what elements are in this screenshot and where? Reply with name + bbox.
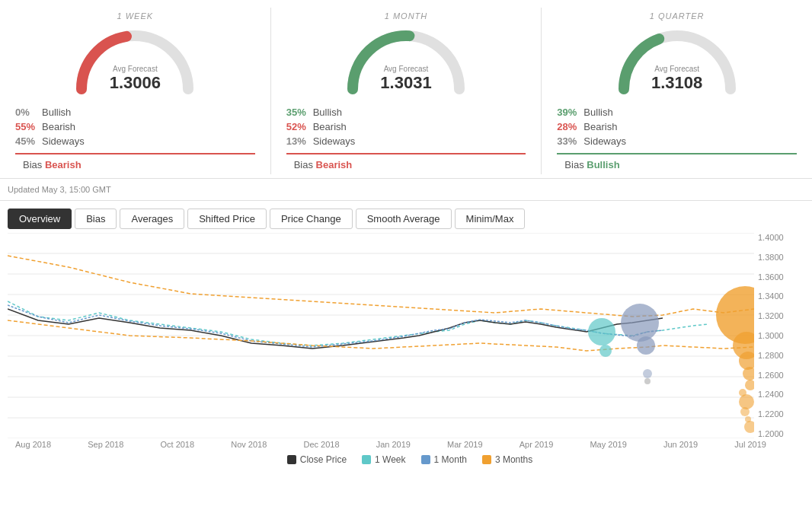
panel-title-quarter: 1 QUARTER (650, 11, 705, 21)
svg-point-26 (644, 378, 651, 384)
bias-row-month: Bias Bearish (286, 153, 526, 170)
tab-bias[interactable]: Bias (75, 209, 117, 229)
tab-minim-max[interactable]: Minim/Max (455, 209, 526, 229)
legend-3months-label: 3 Months (495, 454, 532, 465)
stat-row: 13% Sideways (286, 135, 526, 147)
tab-price-change[interactable]: Price Change (270, 209, 353, 229)
svg-point-14 (637, 336, 655, 355)
stat-pct: 35% (286, 107, 313, 118)
stat-label: Sideways (42, 135, 85, 147)
stat-label: Bullish (313, 107, 342, 118)
stat-label: Bullish (583, 107, 612, 118)
y-label-3: 1.3600 (758, 272, 796, 282)
legend-1month-label: 1 Month (434, 454, 467, 465)
top-section: 1 WEEK Avg Forecast 1.3006 0% Bullish (0, 0, 812, 179)
x-axis-labels: Aug 2018 Sep 2018 Oct 2018 Nov 2018 Dec … (8, 438, 812, 451)
legend-close-dot (287, 455, 296, 464)
legend-1month: 1 Month (421, 454, 467, 465)
stat-pct: 55% (15, 121, 42, 132)
tab-averages[interactable]: Averages (120, 209, 184, 229)
chart-svg (8, 233, 754, 438)
gauge-quarter: Avg Forecast 1.3108 (609, 24, 746, 100)
chart-wrapper: 1.4000 1.3800 1.3600 1.3400 1.3200 1.300… (0, 229, 812, 469)
svg-point-25 (744, 421, 754, 433)
y-label-1: 1.4000 (758, 233, 796, 242)
forecast-panel-quarter: 1 QUARTER Avg Forecast 1.3108 39% Bullis… (542, 8, 812, 174)
y-label-8: 1.2600 (758, 371, 796, 380)
svg-point-20 (745, 380, 754, 390)
forecast-panel-month: 1 MONTH Avg Forecast 1.3031 35% Bullish (271, 8, 542, 174)
x-label-2: Sep 2018 (88, 440, 123, 449)
stat-pct: 52% (286, 121, 313, 132)
stat-pct: 13% (286, 135, 313, 147)
legend-1week-label: 1 Week (375, 454, 405, 465)
bias-row-week: Bias Bearish (15, 153, 255, 170)
legend-close-label: Close Price (300, 454, 347, 465)
gauge-label-week: Avg Forecast 1.3006 (110, 65, 161, 93)
stat-row: 28% Bearish (557, 121, 797, 132)
stat-row: 39% Bullish (557, 107, 797, 118)
stat-row: 45% Sideways (15, 135, 255, 147)
bias-value-month: Bearish (316, 159, 353, 170)
stat-row: 35% Bullish (286, 107, 526, 118)
svg-point-22 (739, 394, 754, 409)
y-label-11: 1.2000 (758, 429, 796, 438)
x-label-11: Jul 2019 (734, 440, 766, 449)
legend-close-price: Close Price (287, 454, 347, 465)
stat-pct: 0% (15, 107, 42, 118)
stat-pct: 39% (557, 107, 583, 118)
gauge-label-quarter: Avg Forecast 1.3108 (651, 65, 702, 93)
legend-1week: 1 Week (362, 454, 405, 465)
y-label-10: 1.2200 (758, 409, 796, 419)
gauge-label-month: Avg Forecast 1.3031 (380, 65, 431, 93)
stats-week: 0% Bullish 55% Bearish 45% Sideways Bias… (8, 107, 263, 170)
stat-pct: 45% (15, 135, 42, 147)
x-label-3: Oct 2018 (160, 440, 194, 449)
tabs-row: OverviewBiasAveragesShifted PricePrice C… (0, 201, 812, 229)
forecast-panel-week: 1 WEEK Avg Forecast 1.3006 0% Bullish (0, 8, 271, 174)
updated-row: Updated May 3, 15:00 GMT (0, 179, 812, 201)
stat-row: 0% Bullish (15, 107, 255, 118)
legend-3months: 3 Months (482, 454, 532, 465)
stat-row: 52% Bearish (286, 121, 526, 132)
x-label-8: Apr 2019 (519, 440, 554, 449)
stat-label: Bullish (42, 107, 71, 118)
stat-label: Bearish (42, 121, 75, 132)
stat-label: Sideways (583, 135, 626, 147)
y-label-5: 1.3200 (758, 311, 796, 320)
tab-shifted-price[interactable]: Shifted Price (187, 209, 267, 229)
svg-point-12 (599, 345, 612, 357)
stat-label: Bearish (583, 121, 617, 132)
y-axis: 1.4000 1.3800 1.3600 1.3400 1.3200 1.300… (754, 233, 796, 438)
bias-value-week: Bearish (45, 159, 82, 170)
gauge-month: Avg Forecast 1.3031 (337, 24, 475, 100)
y-label-4: 1.3400 (758, 291, 796, 301)
tab-smooth-average[interactable]: Smooth Average (356, 209, 452, 229)
legend-1week-dot (362, 455, 371, 464)
y-label-6: 1.3000 (758, 331, 796, 340)
svg-point-23 (740, 407, 750, 416)
stats-quarter: 39% Bullish 28% Bearish 33% Sideways Bia… (549, 107, 804, 170)
stat-label: Bearish (313, 121, 347, 132)
svg-point-11 (588, 318, 615, 345)
stats-month: 35% Bullish 52% Bearish 13% Sideways Bia… (279, 107, 534, 170)
y-label-7: 1.2800 (758, 351, 796, 360)
stat-row: 33% Sideways (557, 135, 797, 147)
x-label-5: Dec 2018 (303, 440, 339, 449)
y-label-9: 1.2400 (758, 390, 796, 399)
panel-title-week: 1 WEEK (117, 11, 154, 21)
bias-value-quarter: Bullish (587, 159, 619, 170)
y-label-2: 1.3800 (758, 253, 796, 262)
x-label-6: Jan 2019 (376, 440, 411, 449)
stat-pct: 28% (557, 121, 583, 132)
stat-pct: 33% (557, 135, 583, 147)
x-label-4: Nov 2018 (231, 440, 267, 449)
svg-point-15 (643, 369, 652, 378)
legend-3months-dot (482, 455, 491, 464)
gauge-week: Avg Forecast 1.3006 (66, 24, 203, 100)
legend-row: Close Price 1 Week 1 Month 3 Months (8, 451, 812, 469)
tab-overview[interactable]: Overview (8, 209, 72, 229)
x-label-7: Mar 2019 (447, 440, 482, 449)
stat-label: Sideways (313, 135, 356, 147)
stat-row: 55% Bearish (15, 121, 255, 132)
